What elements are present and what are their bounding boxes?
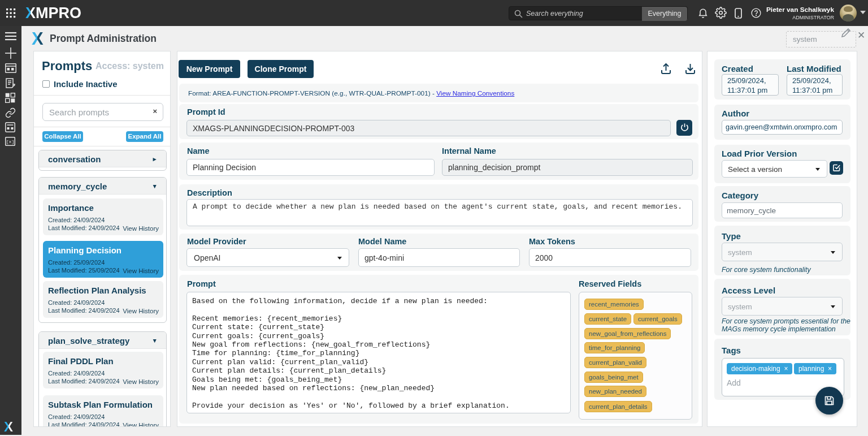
svg-text:[x]: [x] — [6, 139, 14, 144]
